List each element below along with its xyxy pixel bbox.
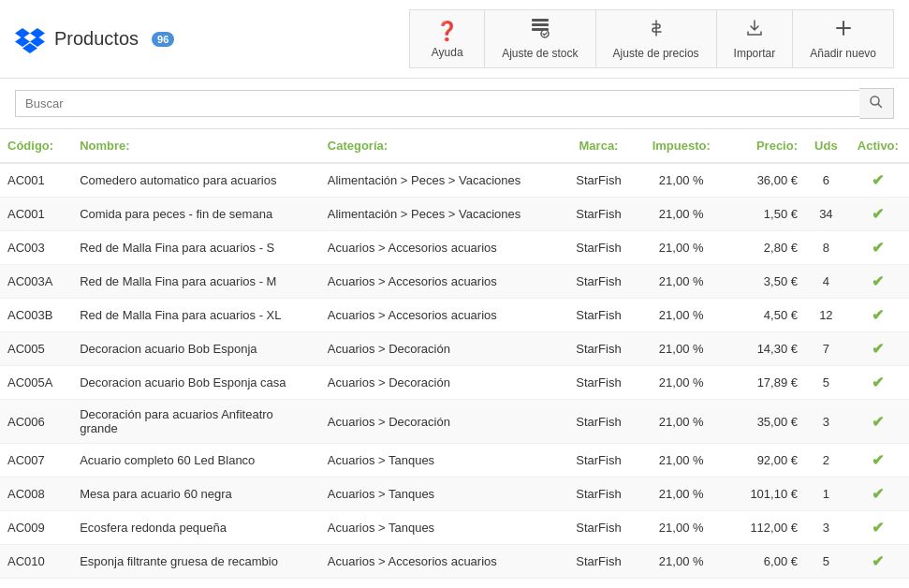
active-check-icon: ✔ (872, 273, 884, 289)
cell-tax: 21,00 % (640, 332, 723, 366)
cell-code: AC011 (0, 579, 72, 589)
importar-button[interactable]: Importar (716, 9, 793, 68)
cell-name: Red de Malla Fina para acuarios - M (72, 265, 320, 299)
cell-name: Comida para peces - fin de semana (72, 198, 320, 231)
cell-price: 6,00 € (723, 545, 805, 579)
cell-brand: StarFish (557, 163, 639, 198)
cell-uds: 7 (805, 332, 847, 366)
col-header-uds[interactable]: Uds (805, 129, 847, 163)
cell-brand: StarFish (557, 400, 639, 444)
table-header-row: Código: Nombre: Categoría: Marca: Impues… (0, 129, 909, 163)
add-icon (833, 18, 854, 43)
cell-code: AC007 (0, 444, 72, 478)
col-header-active[interactable]: Activo: (847, 129, 909, 163)
cell-price: 101,10 € (723, 478, 805, 511)
cell-category: Alimentación > Peces > Vacaciones (320, 198, 558, 231)
cell-active: ✔ (847, 299, 909, 332)
active-check-icon: ✔ (872, 520, 884, 536)
stock-icon (530, 18, 550, 43)
cell-brand: StarFish (557, 231, 639, 265)
anadir-nuevo-button[interactable]: Añadir nuevo (792, 9, 894, 68)
cell-name: Mesa para acuario 60 negra (72, 478, 320, 511)
ajuste-stock-button[interactable]: Ajuste de stock (484, 9, 594, 68)
cell-code: AC001 (0, 163, 72, 198)
cell-uds: 12 (805, 299, 847, 332)
table-row[interactable]: AC005 Decoracion acuario Bob Esponja Acu… (0, 332, 909, 366)
table-row[interactable]: AC003B Red de Malla Fina para acuarios -… (0, 299, 909, 332)
cell-category: Acuarios > Decoración (320, 332, 558, 366)
import-icon (744, 18, 765, 43)
table-row[interactable]: AC008 Mesa para acuario 60 negra Acuario… (0, 478, 909, 511)
cell-uds: 2 (805, 444, 847, 478)
table-row[interactable]: AC001 Comida para peces - fin de semana … (0, 198, 909, 231)
cell-category: Acuarios > Decoración (320, 366, 558, 400)
cell-tax: 21,00 % (640, 198, 723, 231)
cell-name: Esponja filtrante gruesa de recambio (72, 545, 320, 579)
cell-price: 14,30 € (723, 332, 805, 366)
col-header-price[interactable]: Precio: (723, 129, 805, 163)
table-row[interactable]: AC010 Esponja filtrante gruesa de recamb… (0, 545, 909, 579)
cell-active: ✔ (847, 265, 909, 299)
cell-code: AC010 (0, 545, 72, 579)
col-header-tax[interactable]: Impuesto: (640, 129, 723, 163)
cell-active: ✔ (847, 545, 909, 579)
active-check-icon: ✔ (872, 414, 884, 430)
cell-name: Ecosfera redonda pequeña (72, 511, 320, 545)
products-table: Código: Nombre: Categoría: Marca: Impues… (0, 129, 909, 588)
ayuda-button[interactable]: ❓ Ayuda (409, 9, 484, 68)
table-row[interactable]: AC001 Comedero automatico para acuarios … (0, 163, 909, 198)
table-row[interactable]: AC003A Red de Malla Fina para acuarios -… (0, 265, 909, 299)
cell-name: Bomba circulación magnetica acuario (72, 579, 320, 589)
active-check-icon: ✔ (872, 486, 884, 502)
cell-active: ✔ (847, 198, 909, 231)
search-input[interactable] (15, 90, 859, 117)
cell-code: AC001 (0, 198, 72, 231)
cell-tax: 21,00 % (640, 444, 723, 478)
cell-brand: StarFish (557, 366, 639, 400)
cell-active: ✔ (847, 478, 909, 511)
cell-tax: 21,00 % (640, 511, 723, 545)
active-check-icon: ✔ (872, 341, 884, 357)
svg-rect-0 (532, 23, 549, 26)
table-row[interactable]: AC011 Bomba circulación magnetica acuari… (0, 579, 909, 589)
help-icon: ❓ (435, 20, 459, 42)
cell-price: 1,50 € (723, 198, 805, 231)
cell-uds: 3 (805, 511, 847, 545)
table-row[interactable]: AC007 Acuario completo 60 Led Blanco Acu… (0, 444, 909, 478)
cell-uds: 5 (805, 545, 847, 579)
cell-category: Acuarios > Accesorios acuarios (320, 545, 558, 579)
prices-icon (646, 18, 667, 43)
cell-tax: 21,00 % (640, 579, 723, 589)
cell-tax: 21,00 % (640, 299, 723, 332)
col-header-code[interactable]: Código: (0, 129, 72, 163)
ajuste-precios-button[interactable]: Ajuste de precios (595, 9, 716, 68)
cell-category: Acuarios > Accesorios acuarios (320, 265, 558, 299)
importar-label: Importar (734, 47, 776, 60)
cell-active: ✔ (847, 579, 909, 589)
search-icon (869, 95, 884, 110)
cell-category: Acuarios > Bombas y skimmers (320, 579, 558, 589)
table-row[interactable]: AC003 Red de Malla Fina para acuarios - … (0, 231, 909, 265)
cell-tax: 21,00 % (640, 231, 723, 265)
cell-code: AC008 (0, 478, 72, 511)
cell-price: 3,50 € (723, 265, 805, 299)
svg-rect-2 (532, 19, 549, 22)
cell-code: AC003 (0, 231, 72, 265)
col-header-brand[interactable]: Marca: (557, 129, 639, 163)
table-row[interactable]: AC009 Ecosfera redonda pequeña Acuarios … (0, 511, 909, 545)
cell-price: 17,89 € (723, 366, 805, 400)
search-button[interactable] (859, 88, 894, 119)
col-header-category[interactable]: Categoría: (320, 129, 558, 163)
col-header-name[interactable]: Nombre: (72, 129, 320, 163)
cell-name: Decoración para acuarios Anfiteatro gran… (72, 400, 320, 444)
ajuste-stock-label: Ajuste de stock (502, 47, 578, 60)
cell-uds: 1 (805, 478, 847, 511)
cell-code: AC005 (0, 332, 72, 366)
table-row[interactable]: AC006 Decoración para acuarios Anfiteatr… (0, 400, 909, 444)
cell-uds: 6 (805, 163, 847, 198)
table-row[interactable]: AC005A Decoracion acuario Bob Esponja ca… (0, 366, 909, 400)
cell-price: 4,50 € (723, 299, 805, 332)
cell-brand: StarFish (557, 198, 639, 231)
cell-code: AC009 (0, 511, 72, 545)
cell-active: ✔ (847, 332, 909, 366)
